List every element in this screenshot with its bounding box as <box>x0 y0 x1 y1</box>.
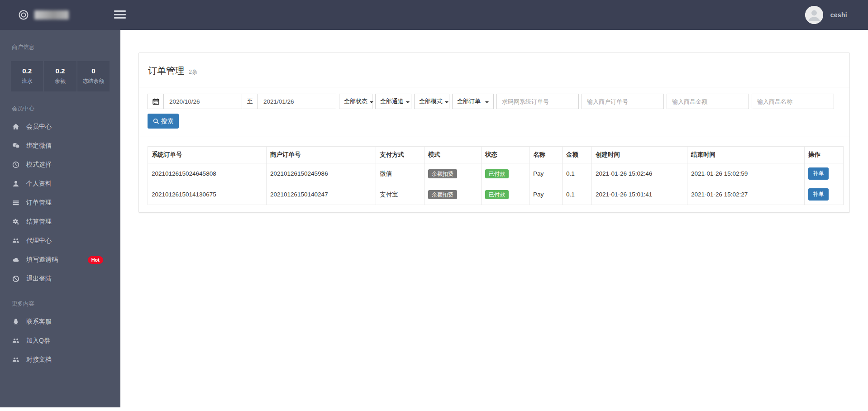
sidebar-item-logout[interactable]: 退出登陆 <box>0 269 120 288</box>
calendar-button[interactable] <box>148 94 164 109</box>
reissue-button[interactable]: 补单 <box>808 167 829 180</box>
user-icon <box>12 180 20 187</box>
cell-merchant_order: 20210126150140247 <box>267 184 376 205</box>
cell-merchant_order: 20210126150245986 <box>267 163 376 184</box>
menu-section-label-0: 会员中心 <box>0 93 120 117</box>
filter-select-order-type[interactable]: 全部订单 <box>452 94 494 109</box>
sidebar-item-contact-support[interactable]: 联系客服 <box>0 312 120 331</box>
sidebar-item-profile[interactable]: 个人资料 <box>0 174 120 193</box>
sidebar-item-invite-code[interactable]: 填写邀请码Hot <box>0 250 120 269</box>
filter-input-system-order-no[interactable] <box>496 94 579 109</box>
stat-box-2: 0冻结余额 <box>77 61 110 91</box>
merchant-stats: 0.2流水0.2余额0冻结余额 <box>11 61 110 91</box>
date-from-input[interactable] <box>163 94 242 109</box>
filter-input-product-name[interactable] <box>752 94 834 109</box>
filter-input-product-amount[interactable] <box>667 94 749 109</box>
column-header-mode: 模式 <box>424 147 482 163</box>
filter-select-status[interactable]: 全部状态 <box>339 94 372 109</box>
column-header-pay_method: 支付方式 <box>376 147 424 163</box>
filter-row: 至 全部状态全部通道全部模式全部订单 <box>148 94 841 109</box>
reissue-button[interactable]: 补单 <box>808 188 829 201</box>
date-to-label: 至 <box>242 94 258 109</box>
cell-status: 已付款 <box>482 184 529 205</box>
column-header-name: 名称 <box>529 147 563 163</box>
column-header-merchant_order: 商户订单号 <box>267 147 376 163</box>
sidebar-item-label: 订单管理 <box>26 199 52 207</box>
cell-amount: 0.1 <box>563 184 592 205</box>
sidebar-item-label: 填写邀请码 <box>26 256 58 264</box>
cogs-icon <box>12 218 20 225</box>
sidebar-item-api-docs[interactable]: 对接文档 <box>0 350 120 369</box>
column-header-created: 创建时间 <box>592 147 687 163</box>
sidebar-item-label: 模式选择 <box>26 161 52 169</box>
main-content: 订单管理 2条 至 全部状态全部通道全部模式全部订单 <box>120 30 868 411</box>
cell-action: 补单 <box>805 184 844 205</box>
cell-created: 2021-01-26 15:02:46 <box>592 163 687 184</box>
filter-select-channel[interactable]: 全部通道 <box>375 94 411 109</box>
users-icon <box>12 237 20 244</box>
filter-input-merchant-order-no[interactable] <box>582 94 664 109</box>
caret-down-icon <box>485 101 489 105</box>
cell-system_order: 2021012615024645808 <box>148 163 267 184</box>
cell-pay_method: 支付宝 <box>376 184 424 205</box>
app-logo-blurred-text <box>34 10 69 19</box>
sidebar-item-settlement-management[interactable]: 结算管理 <box>0 212 120 231</box>
top-navbar: ceshi <box>0 0 868 30</box>
cell-name: Pay <box>529 163 563 184</box>
column-header-status: 状态 <box>482 147 529 163</box>
sidebar-item-label: 退出登陆 <box>26 275 52 283</box>
qq-icon <box>12 318 20 325</box>
stat-box-0: 0.2流水 <box>11 61 43 91</box>
sidebar-item-bind-wechat[interactable]: 绑定微信 <box>0 136 120 155</box>
stat-label: 余额 <box>45 77 75 85</box>
sidebar-item-label: 对接文档 <box>26 356 52 364</box>
column-header-ended: 结束时间 <box>687 147 805 163</box>
orders-table: 系统订单号商户订单号支付方式模式状态名称金额创建时间结束时间操作 2021012… <box>148 146 844 205</box>
column-header-action: 操作 <box>805 147 844 163</box>
filter-select-label: 全部模式 <box>419 97 443 105</box>
order-management-card: 订单管理 2条 至 全部状态全部通道全部模式全部订单 <box>138 53 850 213</box>
cell-system_order: 2021012615014130675 <box>148 184 267 205</box>
stat-value: 0.2 <box>12 67 42 75</box>
cell-created: 2021-01-26 15:01:41 <box>592 184 687 205</box>
sidebar-item-label: 结算管理 <box>26 218 52 226</box>
hot-badge: Hot <box>88 256 103 264</box>
stat-value: 0 <box>78 67 109 75</box>
column-header-system_order: 系统订单号 <box>148 147 267 163</box>
filter-select-mode[interactable]: 全部模式 <box>414 94 449 109</box>
username-label: ceshi <box>830 11 847 19</box>
sidebar-item-mode-select[interactable]: 模式选择 <box>0 155 120 174</box>
cell-ended: 2021-01-26 15:02:59 <box>687 163 805 184</box>
sidebar: 商户信息 0.2流水0.2余额0冻结余额 会员中心会员中心绑定微信模式选择个人资… <box>0 30 120 407</box>
hamburger-menu-icon[interactable] <box>114 10 126 19</box>
date-to-input[interactable] <box>258 94 336 109</box>
mode-badge: 余额扣费 <box>428 169 457 178</box>
filter-select-label: 全部通道 <box>380 97 404 105</box>
sidebar-item-order-management[interactable]: 订单管理 <box>0 193 120 212</box>
search-button[interactable]: 搜索 <box>148 114 179 129</box>
sidebar-item-agent-center[interactable]: 代理中心 <box>0 231 120 250</box>
cell-status: 已付款 <box>482 163 529 184</box>
cell-amount: 0.1 <box>563 163 592 184</box>
filter-select-label: 全部状态 <box>344 97 367 105</box>
search-icon <box>153 118 159 124</box>
merchant-info-label: 商户信息 <box>0 30 120 54</box>
clock-icon <box>12 161 20 168</box>
cell-mode: 余额扣费 <box>424 163 482 184</box>
table-row: 202101261502464580820210126150245986微信余额… <box>148 163 844 184</box>
sidebar-item-join-qq-group[interactable]: 加入Q群 <box>0 331 120 350</box>
sidebar-item-label: 代理中心 <box>26 237 52 245</box>
user-menu[interactable]: ceshi <box>805 0 847 30</box>
cell-name: Pay <box>529 184 563 205</box>
caret-down-icon <box>406 101 410 105</box>
users-icon <box>12 356 20 363</box>
stat-box-1: 0.2余额 <box>44 61 76 91</box>
sidebar-item-member-center[interactable]: 会员中心 <box>0 117 120 136</box>
table-header-row: 系统订单号商户订单号支付方式模式状态名称金额创建时间结束时间操作 <box>148 147 844 163</box>
stat-value: 0.2 <box>45 67 75 75</box>
caret-down-icon <box>370 101 373 105</box>
list-icon <box>12 199 20 206</box>
sidebar-item-label: 绑定微信 <box>26 142 52 150</box>
app-logo[interactable] <box>0 10 69 20</box>
mode-badge: 余额扣费 <box>428 190 457 199</box>
